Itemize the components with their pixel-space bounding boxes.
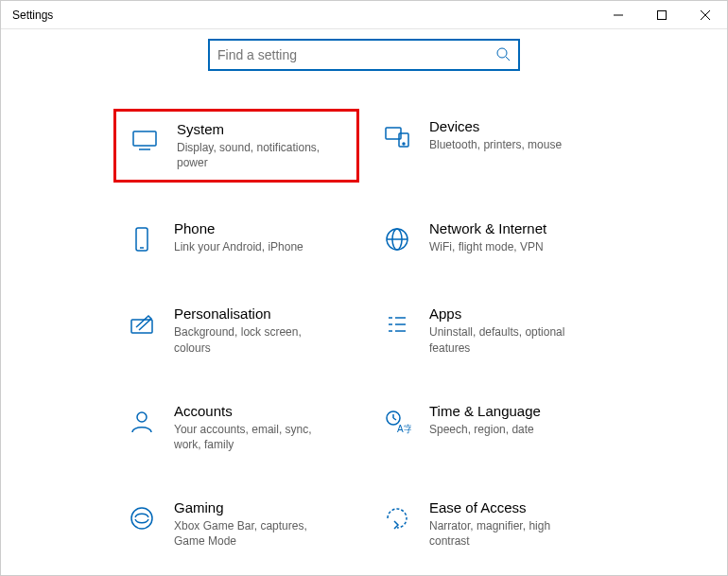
apps-icon [378, 305, 416, 343]
close-button[interactable] [684, 1, 727, 29]
ease-of-access-icon [378, 499, 416, 537]
tile-desc: Link your Android, iPhone [174, 239, 303, 254]
svg-point-10 [403, 143, 405, 145]
time-language-icon: A字 [378, 403, 416, 441]
tile-title: Apps [429, 305, 590, 322]
svg-rect-6 [133, 131, 156, 146]
system-icon [126, 121, 164, 159]
tile-title: Ease of Access [429, 499, 590, 515]
tile-gaming[interactable]: Gaming Xbox Game Bar, captures, Game Mod… [113, 490, 359, 558]
tile-network[interactable]: Network & Internet WiFi, flight mode, VP… [369, 211, 615, 268]
gaming-icon [123, 499, 161, 537]
close-icon [701, 10, 710, 20]
search-input[interactable] [217, 47, 495, 62]
tile-desc: Narrator, magnifier, high contrast [429, 518, 590, 549]
maximize-icon [657, 10, 667, 20]
tile-time-language[interactable]: A字 Time & Language Speech, region, date [369, 393, 615, 462]
svg-text:A字: A字 [397, 424, 411, 434]
tile-title: Devices [429, 118, 562, 134]
network-icon [378, 220, 416, 258]
search-icon [495, 46, 511, 64]
tile-devices[interactable]: Devices Bluetooth, printers, mouse [369, 109, 615, 183]
tile-title: Time & Language [429, 403, 541, 419]
settings-grid: System Display, sound, notifications, po… [1, 109, 727, 559]
titlebar: Settings [1, 1, 727, 29]
tile-accounts[interactable]: Accounts Your accounts, email, sync, wor… [113, 393, 359, 462]
tile-title: System [177, 121, 338, 137]
personalisation-icon [123, 305, 161, 343]
tile-desc: Bluetooth, printers, mouse [429, 137, 562, 152]
maximize-button[interactable] [640, 1, 684, 29]
svg-point-23 [137, 412, 147, 422]
search-box[interactable] [208, 39, 520, 71]
tile-desc: Xbox Game Bar, captures, Game Mode [174, 518, 335, 549]
tile-title: Gaming [174, 499, 335, 515]
tile-desc: Display, sound, notifications, power [177, 140, 338, 170]
content-area: System Display, sound, notifications, po… [1, 29, 727, 576]
svg-point-4 [497, 48, 507, 58]
tile-title: Personalisation [174, 305, 335, 322]
minimize-icon [614, 10, 623, 20]
window-title: Settings [1, 9, 64, 22]
svg-line-5 [506, 57, 510, 61]
tile-desc: Background, lock screen, colours [174, 324, 335, 355]
tile-personalisation[interactable]: Personalisation Background, lock screen,… [113, 296, 359, 364]
phone-icon [123, 220, 161, 258]
tile-desc: Speech, region, date [429, 422, 541, 437]
accounts-icon [123, 403, 161, 441]
tile-apps[interactable]: Apps Uninstall, defaults, optional featu… [369, 296, 615, 364]
tile-desc: WiFi, flight mode, VPN [429, 239, 546, 254]
tile-title: Accounts [174, 403, 335, 419]
tile-ease-of-access[interactable]: Ease of Access Narrator, magnifier, high… [369, 490, 615, 558]
tile-desc: Uninstall, defaults, optional features [429, 324, 590, 355]
svg-rect-1 [658, 10, 667, 19]
tile-system[interactable]: System Display, sound, notifications, po… [113, 109, 359, 183]
devices-icon [378, 118, 416, 156]
tile-title: Network & Internet [429, 220, 546, 236]
svg-line-26 [393, 418, 396, 420]
search-wrap [1, 29, 727, 109]
tile-desc: Your accounts, email, sync, work, family [174, 422, 335, 452]
svg-point-28 [131, 508, 152, 529]
tile-title: Phone [174, 220, 303, 236]
minimize-button[interactable] [597, 1, 640, 29]
tile-phone[interactable]: Phone Link your Android, iPhone [113, 211, 359, 268]
settings-window: Settings [0, 0, 728, 576]
